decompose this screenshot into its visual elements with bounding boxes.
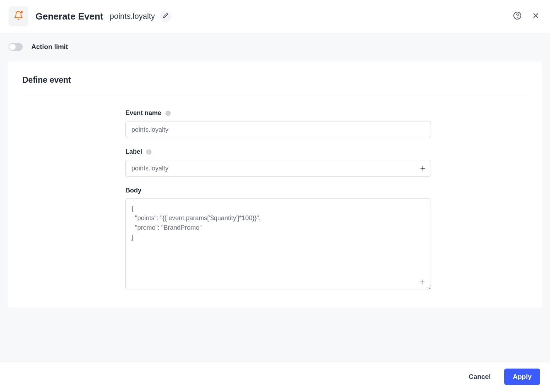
svg-point-6: [168, 111, 168, 112]
cancel-button[interactable]: Cancel: [460, 369, 499, 385]
apply-button[interactable]: Apply: [504, 369, 540, 385]
page-header: Generate Event points.loyalty: [0, 0, 550, 33]
help-icon: [513, 11, 522, 21]
action-limit-row: Action limit: [0, 33, 550, 61]
event-icon-box: [9, 6, 28, 26]
close-button[interactable]: [530, 11, 541, 22]
label-input[interactable]: [125, 160, 431, 177]
page-title: Generate Event: [36, 11, 103, 22]
event-name-label: Event name: [125, 109, 161, 117]
help-button[interactable]: [512, 11, 523, 22]
body-textarea[interactable]: [125, 198, 431, 289]
pencil-icon: [163, 13, 168, 20]
page-subtitle: points.loyalty: [110, 12, 155, 21]
close-icon: [532, 12, 540, 21]
body-label: Body: [125, 187, 141, 194]
toggle-knob: [9, 44, 16, 50]
edit-title-button[interactable]: [160, 11, 171, 22]
bell-arrow-icon: [14, 11, 23, 22]
action-limit-toggle[interactable]: [9, 43, 23, 51]
info-icon[interactable]: [165, 110, 171, 116]
info-icon[interactable]: [146, 149, 152, 155]
svg-point-9: [149, 150, 149, 151]
content-area: Action limit Define event Event name: [0, 33, 550, 362]
card-title: Define event: [22, 75, 528, 95]
add-label-button[interactable]: [420, 165, 426, 172]
label-field-label: Label: [125, 148, 142, 156]
add-body-button[interactable]: [419, 279, 425, 285]
label-field: Label: [125, 148, 431, 177]
event-name-input[interactable]: [125, 121, 431, 138]
event-form: Event name Label: [125, 109, 431, 291]
action-limit-label: Action limit: [31, 43, 68, 51]
body-field: Body: [125, 187, 431, 291]
event-name-field: Event name: [125, 109, 431, 138]
footer-bar: Cancel Apply: [0, 361, 550, 392]
define-event-card: Define event Event name: [8, 61, 542, 309]
